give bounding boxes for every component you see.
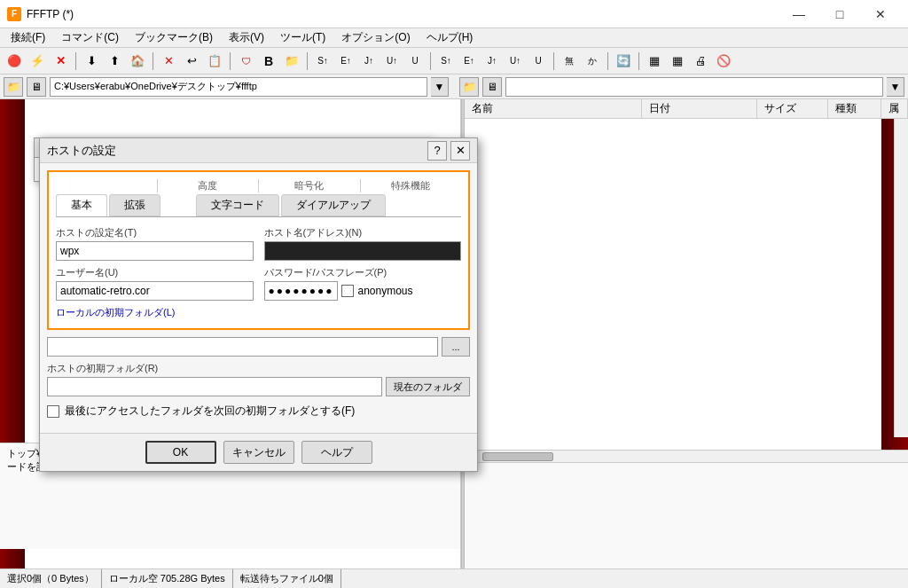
minimize-button[interactable]: — [779, 0, 819, 28]
tb-connect-btn[interactable]: 🔴 [4, 51, 25, 72]
tb-copy-btn[interactable]: 📋 [204, 51, 225, 72]
password-group: パスワード/パスフレーズ(P) ●●●●●●●● anonymous [264, 266, 462, 301]
tab-kakucho[interactable]: 拡張 [109, 194, 160, 216]
user-pass-row: ユーザー名(U) パスワード/パスフレーズ(P) ●●●●●●●● anonym… [56, 266, 461, 301]
section-spacer [56, 179, 157, 192]
section-label-angoka: 暗号化 [258, 179, 360, 192]
dialog-title: ホストの設定 [47, 143, 427, 159]
local-path-input[interactable] [50, 77, 427, 97]
tb-upload-btn[interactable]: ⬆ [104, 51, 125, 72]
tab-spacer [162, 194, 194, 216]
tb-u2-btn[interactable]: U [404, 51, 426, 72]
tb-undo-btn[interactable]: ↩ [181, 51, 202, 72]
tb-b-btn[interactable]: B [258, 51, 279, 72]
col-header-date[interactable]: 日付 [642, 99, 757, 118]
menu-command[interactable]: コマンド(C) [54, 28, 126, 47]
menu-connect[interactable]: 接続(F) [4, 28, 52, 47]
tb-delete-btn[interactable]: ✕ [158, 51, 179, 72]
local-path-dropdown[interactable]: ▼ [431, 77, 449, 97]
password-display: ●●●●●●●● anonymous [264, 281, 462, 301]
password-dots-field[interactable]: ●●●●●●●● [264, 281, 339, 301]
tb-download-btn[interactable]: ⬇ [81, 51, 102, 72]
remember-folder-row: 最後にアクセスしたフォルダを次回の初期フォルダとする(F) [47, 404, 470, 419]
menu-help[interactable]: ヘルプ(H) [419, 28, 481, 47]
tb-ka-btn[interactable]: か [582, 51, 603, 72]
tb-u3-btn[interactable]: U↑ [505, 51, 526, 72]
current-folder-button[interactable]: 現在のフォルダ [386, 377, 470, 396]
dialog-help-icon-btn[interactable]: ? [427, 141, 447, 161]
tab-row: 基本 拡張 文字コード ダイアルアップ [56, 194, 461, 217]
username-input[interactable] [56, 281, 254, 301]
tb-grid2-btn[interactable]: ▦ [667, 51, 688, 72]
local-folder-input[interactable] [47, 337, 438, 357]
window-close-button[interactable]: ✕ [860, 0, 901, 28]
local-folder-label: ローカルの初期フォルダ(L) [56, 306, 461, 319]
col-header-name[interactable]: 名前 [465, 99, 642, 118]
tb-nashi-btn[interactable]: 無 [559, 51, 580, 72]
h-scrollbar[interactable] [465, 450, 908, 462]
remember-folder-checkbox[interactable] [47, 405, 59, 418]
username-group: ユーザー名(U) [56, 266, 254, 301]
dialog-titlebar: ホストの設定 ? ✕ [40, 138, 477, 163]
tb-quick-btn[interactable]: ⚡ [27, 51, 48, 72]
menu-bookmark[interactable]: ブックマーク(B) [128, 28, 220, 47]
tb-folder-btn[interactable]: 📁 [281, 51, 302, 72]
addr-right-icon2[interactable]: 🖥 [482, 77, 502, 97]
cancel-button[interactable]: キャンセル [223, 441, 294, 464]
ok-button[interactable]: OK [145, 441, 216, 464]
tab-mojico[interactable]: 文字コード [196, 194, 279, 216]
host-setting-name-group: ホストの設定名(T) [56, 226, 254, 261]
help-button[interactable]: ヘルプ [301, 441, 372, 464]
tb-s2-btn[interactable]: S↑ [435, 51, 457, 72]
tb-home-btn[interactable]: 🏠 [127, 51, 148, 72]
remote-path-input[interactable] [505, 77, 883, 97]
menu-view[interactable]: 表示(V) [222, 28, 271, 47]
status-transfer: 転送待ちファイル0個 [233, 569, 341, 588]
right-log-area [465, 462, 908, 568]
host-address-input[interactable] [264, 241, 462, 261]
tb-cancel-btn[interactable]: ✕ [50, 51, 71, 72]
tb-e1-btn[interactable]: E↑ [335, 51, 356, 72]
dialog-close-btn[interactable]: ✕ [450, 141, 470, 161]
host-setting-name-input[interactable] [56, 241, 254, 261]
tb-grid1-btn[interactable]: ▦ [644, 51, 665, 72]
tb-u1-btn[interactable]: U↑ [381, 51, 403, 72]
right-scrollbar[interactable] [894, 119, 908, 437]
menu-tools[interactable]: ツール(T) [273, 28, 333, 47]
col-header-size[interactable]: サイズ [757, 99, 828, 118]
addr-left-icon2[interactable]: 🖥 [27, 77, 46, 97]
col-header-attr[interactable]: 属 [881, 99, 908, 118]
maximize-button[interactable]: □ [819, 0, 860, 28]
status-selected: 選択0個（0 Bytes） [0, 569, 102, 588]
h-scroll-thumb[interactable] [482, 452, 553, 461]
addr-right-icon1[interactable]: 📁 [459, 77, 479, 97]
password-label: パスワード/パスフレーズ(P) [264, 266, 462, 279]
host-folder-input[interactable] [47, 377, 382, 396]
addr-left-icon1[interactable]: 📁 [4, 77, 23, 97]
tb-print-btn[interactable]: 🖨 [690, 51, 711, 72]
col-header-type[interactable]: 種類 [828, 99, 881, 118]
window-title: FFFTP (*) [27, 8, 779, 20]
anonymous-checkbox[interactable] [341, 285, 354, 297]
section-labels-row: 高度 暗号化 特殊機能 [56, 179, 461, 192]
tb-j2-btn[interactable]: J↑ [481, 51, 503, 72]
menu-options[interactable]: オプション(O) [334, 28, 417, 47]
remote-path-dropdown[interactable]: ▼ [887, 77, 904, 97]
tb-u4-btn[interactable]: U [528, 51, 549, 72]
tb-e2-btn[interactable]: E↑ [458, 51, 480, 72]
host-setting-name-label: ホストの設定名(T) [56, 226, 254, 239]
section-label-koudo: 高度 [157, 179, 259, 192]
app-icon: F [7, 7, 21, 21]
browse-button[interactable]: ... [442, 337, 470, 357]
tb-stop-btn[interactable]: 🚫 [713, 51, 734, 72]
tb-j1-btn[interactable]: J↑ [358, 51, 380, 72]
tb-refresh-btn[interactable]: 🔄 [613, 51, 634, 72]
address-bar: 📁 🖥 ▼ 📁 🖥 ▼ [0, 74, 908, 99]
anonymous-checkbox-row: anonymous [341, 285, 412, 297]
password-dots: ●●●●●●●● [269, 285, 334, 297]
host-folder-row: 現在のフォルダ [47, 377, 470, 396]
tab-dialup[interactable]: ダイアルアップ [281, 194, 386, 216]
tb-shield-btn[interactable]: 🛡 [235, 51, 256, 72]
tab-kihon[interactable]: 基本 [56, 194, 107, 216]
tb-s1-btn[interactable]: S↑ [312, 51, 333, 72]
